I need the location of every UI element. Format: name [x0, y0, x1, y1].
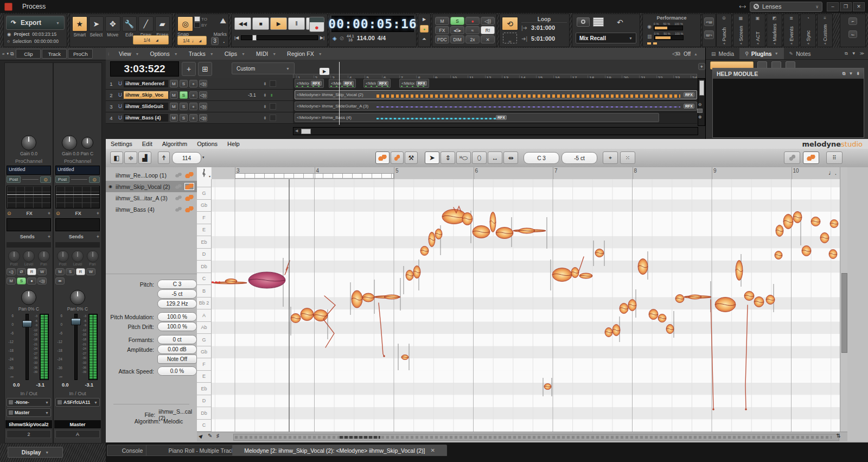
- chevrons-icon[interactable]: ⇟: [263, 93, 267, 98]
- mixer-icon[interactable]: ≑: [124, 151, 137, 164]
- position-slider[interactable]: [241, 35, 318, 40]
- strip-btn-r[interactable]: R: [76, 268, 85, 275]
- audio-clip[interactable]: <MelodyRFX: [329, 79, 356, 88]
- module-sync[interactable]: ◔Sync◂: [800, 14, 816, 47]
- browser-tab-notes[interactable]: ✎Notes: [784, 48, 816, 59]
- track-mute-button[interactable]: M: [170, 103, 178, 110]
- melodyne-menu-help[interactable]: Help: [222, 141, 245, 147]
- mix-r[interactable]: R!: [481, 26, 495, 34]
- widget-box[interactable]: [270, 115, 276, 121]
- tool-draw[interactable]: ╱: [138, 16, 154, 31]
- tool-edit[interactable]: 🔧: [122, 16, 137, 31]
- amplitude-tool[interactable]: ⬯: [472, 151, 487, 164]
- pitch-cell-f[interactable]: F: [197, 212, 212, 224]
- param-noteoff[interactable]: Note Off: [157, 355, 197, 364]
- chevrons-icon[interactable]: ⇟: [263, 116, 267, 121]
- audio-clip[interactable]: <Melodyne> iihmw_SlideGuitar_A (3)RFX: [295, 102, 697, 111]
- track-echo-button[interactable]: ◁)): [199, 91, 207, 99]
- stop-button[interactable]: ■: [252, 17, 269, 30]
- module-markers[interactable]: ◩Markers◂: [767, 14, 782, 47]
- audition-speaker-icon[interactable]: ◁⧉: [672, 50, 680, 57]
- pitch-cell-a[interactable]: A: [197, 309, 212, 322]
- pitch-cell-b[interactable]: B: [197, 285, 212, 298]
- melodyne-time-ruler[interactable]: ♩. 345678910: [212, 167, 840, 180]
- time-handle-tool[interactable]: ⇹: [503, 151, 518, 164]
- minimize-button[interactable]: –: [827, 2, 839, 11]
- browser-tab-media[interactable]: ▤Media: [706, 48, 739, 59]
- horizontal-scrollbar[interactable]: ◀: [293, 127, 698, 135]
- blob-ghost-icon[interactable]: [175, 207, 182, 211]
- formant-tool[interactable]: ᵸ⬭: [456, 151, 471, 164]
- overview-waveform[interactable]: [233, 434, 839, 441]
- inspector-tab-clip[interactable]: Clip: [16, 49, 41, 59]
- pitch-cell-db[interactable]: Db: [197, 407, 212, 420]
- power-button[interactable]: ⊙: [89, 176, 100, 183]
- blob-ghost-icon[interactable]: [175, 195, 182, 200]
- loop-end[interactable]: 5:01:000: [531, 35, 555, 42]
- dock-tab-2[interactable]: Melodyne [2: iihmw_Skip_Vocal (2): <Melo…: [232, 445, 447, 456]
- strip-btn-r[interactable]: R: [27, 268, 36, 275]
- snap-by-toggle[interactable]: [194, 22, 200, 28]
- audio-clip[interactable]: <Melodyne> iihmw_Skip_Vocal (2)RFX: [295, 90, 697, 99]
- gain-knob[interactable]: [21, 135, 36, 150]
- pitch-cell-e[interactable]: E: [197, 371, 212, 383]
- display-dropdown[interactable]: Display ▼: [8, 447, 63, 458]
- scroll-mode-icon[interactable]: ⇅: [837, 433, 841, 439]
- melodyne-track-2[interactable]: ◉iihmw_Skip_Vocal (2): [106, 181, 197, 192]
- knob[interactable]: [38, 250, 50, 262]
- undo-icon[interactable]: ↶: [617, 18, 623, 27]
- track-arm-button[interactable]: ●: [189, 80, 197, 87]
- mix-[interactable]: ◁)): [481, 17, 495, 25]
- param-amplitude[interactable]: 0.00 dB: [157, 345, 197, 354]
- pitch-cell-g[interactable]: G: [197, 187, 212, 200]
- chevrons-icon[interactable]: ⇟: [263, 81, 267, 86]
- melodyne-menu-options[interactable]: Options: [192, 141, 222, 147]
- pencil-icon[interactable]: ✎: [208, 433, 212, 439]
- pitch-cell-eb[interactable]: Eb: [197, 383, 212, 395]
- punch-icon[interactable]: ш: [503, 33, 517, 43]
- offset-mode[interactable]: Off: [684, 51, 691, 57]
- track-lane-3[interactable]: <Melodyne> iihmw_SlideGuitar_A (3)RFX: [293, 101, 697, 112]
- module-custom[interactable]: ≡Custom◂: [817, 14, 833, 47]
- play-list-icon[interactable]: ▶: [418, 17, 430, 22]
- scroll-thumb[interactable]: [301, 129, 311, 134]
- fx-power-icon[interactable]: ⊙: [56, 211, 60, 216]
- power-button[interactable]: ⊙: [40, 176, 51, 183]
- module-events[interactable]: ≣Events◂: [783, 14, 799, 47]
- pitch-cell[interactable]: [197, 179, 212, 187]
- tv-menu-midi[interactable]: MIDI▼: [251, 50, 282, 57]
- track-solo-button[interactable]: S: [180, 114, 188, 122]
- knob[interactable]: [8, 250, 20, 262]
- add-window-button[interactable]: ⊞: [198, 62, 212, 76]
- cursor-icon[interactable]: ▶: [197, 433, 204, 439]
- melodyne-menu-edit[interactable]: Edit: [137, 141, 157, 147]
- zoom-in-icon[interactable]: ⊕: [698, 115, 702, 119]
- pitch-cell-gb[interactable]: Gb: [197, 346, 212, 359]
- widget-box[interactable]: [270, 80, 276, 87]
- main-tool-arrow[interactable]: ➤: [425, 151, 439, 164]
- strip-btn-x[interactable]: ⇹: [55, 277, 65, 284]
- browser-tab-plugins[interactable]: ⚲PlugIns▼: [739, 48, 783, 59]
- snap-count-field[interactable]: 3: [211, 37, 219, 45]
- help-module-titlebar[interactable]: HELP MODULE ⧉ ▼ ⇟: [713, 68, 864, 79]
- mix-s[interactable]: S: [450, 17, 464, 25]
- expand-icon[interactable]: ⤢: [738, 2, 748, 11]
- small-blob-view-icon[interactable]: [784, 151, 800, 164]
- cents-readout[interactable]: -5 ct: [561, 152, 597, 164]
- pitch-cell-f[interactable]: F: [197, 358, 212, 371]
- gain-knob[interactable]: [62, 135, 77, 150]
- edit-blob-tool[interactable]: ⚒: [405, 151, 418, 164]
- zoom-preset-dropdown[interactable]: Custom ▼: [232, 62, 295, 74]
- strip-btn-x[interactable]: ●: [27, 277, 36, 284]
- track-mute-button[interactable]: M: [170, 80, 178, 87]
- playhead-marker[interactable]: ▶: [320, 68, 329, 75]
- pitch-cell-d[interactable]: D: [197, 249, 212, 261]
- blob-ghost-icon[interactable]: [175, 184, 182, 188]
- pitch-cell-e[interactable]: E: [197, 224, 212, 237]
- audio-clip[interactable]: <MelodynRFX: [399, 79, 429, 88]
- melodyne-menu-algorithm[interactable]: Algorithm: [157, 141, 192, 147]
- pause-button[interactable]: ‖: [288, 17, 305, 30]
- tempo-spinner[interactable]: ▾: [202, 155, 205, 160]
- sharp-icon[interactable]: ♯: [216, 433, 219, 439]
- histogram-icon[interactable]: ▟: [138, 151, 151, 164]
